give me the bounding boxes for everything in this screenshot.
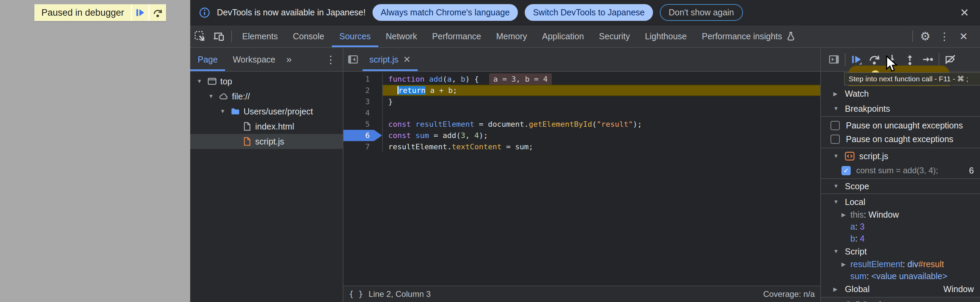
match-chrome-language-button[interactable]: Always match Chrome's language <box>372 4 518 21</box>
resume-script-button[interactable] <box>132 5 148 21</box>
dont-show-again-button[interactable]: Don't show again <box>660 4 743 21</box>
line-number-7[interactable]: 7 <box>344 141 383 152</box>
code-line-4[interactable]: 4 <box>344 107 820 119</box>
tri-open-icon[interactable]: ▼ <box>207 93 215 100</box>
section-watch[interactable]: ▶ Watch <box>821 86 980 101</box>
deactivate-breakpoints-button[interactable] <box>941 51 959 68</box>
checkbox[interactable] <box>830 121 840 130</box>
inspect-element-button[interactable] <box>190 25 209 47</box>
tri-open-icon[interactable]: ▼ <box>218 108 227 114</box>
editor-tab-scriptjs[interactable]: script.js ✕ <box>363 48 418 71</box>
line-number-6[interactable]: 6 <box>344 130 383 141</box>
exception-toggles: Pause on uncaught exceptionsPause on cau… <box>821 116 980 148</box>
toggle-pause-on-caught-exceptions[interactable]: Pause on caught exceptions <box>821 132 980 146</box>
tab-lighthouse[interactable]: Lighthouse <box>637 25 694 47</box>
tab-label: Memory <box>496 32 527 41</box>
collapse-navigator-icon[interactable] <box>344 48 363 71</box>
code-line-2[interactable]: 2 return a + b; <box>344 85 820 96</box>
code-token: add <box>429 75 442 83</box>
section-scope[interactable]: ▼ Scope <box>821 178 980 193</box>
code-line-5[interactable]: 5const resultElement = document.getEleme… <box>344 119 820 130</box>
line-number-5[interactable]: 5 <box>344 119 383 130</box>
code-line-7[interactable]: 7resultElement.textContent = sum; <box>344 141 820 152</box>
tab-performance[interactable]: Performance <box>425 25 488 47</box>
code-text: const resultElement = document.getElemen… <box>383 119 820 130</box>
tree-item-file-[interactable]: ▼file:// <box>190 89 343 104</box>
line-number-2[interactable]: 2 <box>344 85 383 96</box>
breakpoint-entry[interactable]: ✓const sum = add(3, 4);6 <box>821 163 980 178</box>
tri-closed-icon: ▶ <box>833 286 840 293</box>
close-devtools-icon[interactable]: ✕ <box>954 30 973 43</box>
step-over-button-page[interactable] <box>150 5 166 21</box>
code-token: 4 <box>474 131 479 140</box>
code-text: resultElement.textContent = sum; <box>383 141 820 152</box>
var-name: a <box>850 222 855 232</box>
infobar-close-icon[interactable]: ✕ <box>958 7 971 18</box>
var-value: Window <box>869 210 899 220</box>
breakpoint-marker[interactable]: 6 <box>344 130 382 141</box>
line-number-1[interactable]: 1 <box>344 73 383 85</box>
section-call-stack[interactable]: ▼ Call Stack <box>821 297 980 302</box>
tab-console[interactable]: Console <box>285 25 332 47</box>
line-number-4[interactable]: 4 <box>344 107 383 119</box>
tab-memory[interactable]: Memory <box>488 25 534 47</box>
device-toolbar-button[interactable] <box>209 25 229 47</box>
tree-item-label: file:// <box>232 92 250 101</box>
tri-open-icon[interactable]: ▼ <box>195 78 204 84</box>
more-options-kebab-icon[interactable]: ⋮ <box>935 30 954 43</box>
tab-network[interactable]: Network <box>378 25 425 47</box>
tab-label: Sources <box>339 32 371 41</box>
scope-group-local[interactable]: ▼Local <box>821 195 980 209</box>
editor-tab-label: script.js <box>369 55 398 65</box>
code-token: ) { <box>465 75 479 83</box>
more-tabs-icon[interactable]: » <box>283 48 295 71</box>
scope-var-this[interactable]: ▶this: Window <box>821 209 980 221</box>
collapse-sidebar-icon[interactable] <box>825 51 843 68</box>
tri-open-icon: ▼ <box>833 153 840 159</box>
tab-performance-insights[interactable]: Performance insights <box>694 25 803 47</box>
tab-workspace[interactable]: Workspace <box>225 48 283 71</box>
tri-closed-icon[interactable]: ▶ <box>842 261 850 267</box>
toolbar-divider <box>845 53 846 66</box>
tree-item-index-html[interactable]: index.html <box>190 119 343 134</box>
scope-var-sum[interactable]: sum: <value unavailable> <box>821 270 980 282</box>
tab-label: Performance insights <box>702 32 782 41</box>
checkbox[interactable] <box>830 134 840 144</box>
pretty-print-icon[interactable]: { } <box>349 290 363 299</box>
code-editor[interactable]: 1function add(a, b) {a = 3, b = 42 retur… <box>344 72 820 286</box>
tab-application[interactable]: Application <box>535 25 592 47</box>
scope-group-script[interactable]: ▼Script <box>821 245 980 258</box>
switch-to-japanese-button[interactable]: Switch DevTools to Japanese <box>525 4 653 21</box>
scope-var-a[interactable]: a: 3 <box>821 221 980 232</box>
editor-tab-close-icon[interactable]: ✕ <box>403 54 411 65</box>
file-icon <box>242 121 253 131</box>
breakpoint-file-script-js[interactable]: ▼script.js <box>821 149 980 163</box>
line-number-3[interactable]: 3 <box>344 96 383 107</box>
code-token: textContent <box>452 142 501 151</box>
toggle-pause-on-uncaught-exceptions[interactable]: Pause on uncaught exceptions <box>821 119 980 132</box>
scope-title: Scope <box>845 182 869 191</box>
debugger-sections: ▶ Watch ▼ Breakpoints Pause on uncaught … <box>821 72 980 302</box>
code-line-6[interactable]: 6const sum = add(3, 4); <box>344 130 820 141</box>
scope-group-global[interactable]: ▶GlobalWindow <box>821 282 980 296</box>
tab-elements[interactable]: Elements <box>235 25 285 47</box>
code-line-1[interactable]: 1function add(a, b) {a = 3, b = 4 <box>344 73 820 85</box>
code-token: , <box>452 75 461 83</box>
scope-var-b[interactable]: b: 4 <box>821 232 980 245</box>
main-toolbar: ElementsConsoleSourcesNetworkPerformance… <box>190 25 980 48</box>
tab-page[interactable]: Page <box>190 48 225 71</box>
navigator-kebab-icon[interactable]: ⋮ <box>319 48 343 71</box>
tree-item-top[interactable]: ▼top <box>190 74 343 89</box>
scope-var-resultelement[interactable]: ▶resultElement: div#result <box>821 258 980 270</box>
tab-sources[interactable]: Sources <box>332 25 378 47</box>
tree-item-script-js[interactable]: script.js <box>190 134 343 149</box>
code-line-3[interactable]: 3} <box>344 96 820 107</box>
tab-security[interactable]: Security <box>592 25 637 47</box>
breakpoint-checkbox[interactable]: ✓ <box>842 166 851 175</box>
section-breakpoints[interactable]: ▼ Breakpoints <box>821 101 980 116</box>
settings-gear-icon[interactable]: ⚙ <box>916 29 935 43</box>
tab-label: Security <box>599 32 630 41</box>
tri-closed-icon[interactable]: ▶ <box>842 212 850 218</box>
colon: : <box>864 210 869 220</box>
tree-item-users-user-project[interactable]: ▼Users/user/project <box>190 104 343 119</box>
